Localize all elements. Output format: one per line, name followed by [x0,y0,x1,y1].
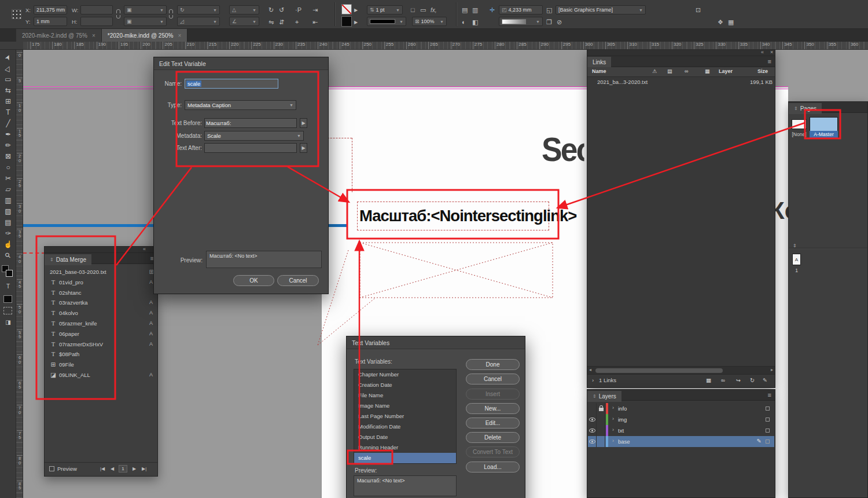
shear-angle-field[interactable]: ◿▼ [177,17,220,26]
previous-record-icon[interactable]: ◀ [111,466,114,471]
vertical-ruler[interactable]: 0510152025303540455055606570758085 [16,50,23,498]
text-before-menu-icon[interactable]: ▶ [300,118,307,128]
data-merge-row[interactable]: 2021_base-03-2020.txt⊞ [45,267,157,277]
delete-button[interactable]: Delete [466,432,520,443]
done-button[interactable]: Done [466,359,520,370]
stroke-weight-combo[interactable]: ⇅1 pt▼ [367,5,403,14]
gradient-combo[interactable]: ▼ [499,17,543,26]
corner-radius-field[interactable]: ◰4,233 mm [499,5,543,14]
ellipse-tool[interactable]: ○ [0,162,16,173]
data-merge-row[interactable]: T07razmerDxSHxVA [45,339,157,349]
document-tab[interactable]: 2020-mike-2.indd @ 75%× [16,29,102,42]
text-after-menu-icon[interactable]: ▶ [300,143,307,153]
relink-icon[interactable]: ∞ [721,377,725,383]
links-scrollbar[interactable]: ◂ ▸ [587,366,775,374]
record-number-field[interactable]: 1 [119,465,127,473]
none-master-label[interactable]: [None] [789,131,810,138]
first-record-icon[interactable]: |◀ [100,466,105,471]
text-variable-item[interactable]: scale [354,453,456,463]
horizontal-ruler[interactable]: 1751801851901952002052102152202252302352… [23,42,868,50]
data-merge-row[interactable]: T02shtanc [45,288,157,298]
text-variable-item[interactable]: Output Date [354,432,456,442]
screen-mode-icon[interactable]: ◨ [0,317,16,328]
goto-link-icon[interactable]: ↪ [736,377,741,383]
layer-row[interactable]: ›img [588,414,774,425]
tab-close-icon[interactable]: × [178,32,181,39]
flip-vertical-icon[interactable]: ⇵ [279,19,284,25]
eyedropper-tool[interactable]: ✑ [0,228,16,239]
link-row[interactable]: 2021_ba...3-2020.txt199,1 KB [588,78,775,87]
text-variable-item[interactable]: Image Name [354,401,456,411]
effects-menu[interactable]: fx, [431,7,437,13]
cancel-button[interactable]: Cancel [466,374,520,385]
target-square[interactable] [766,429,770,433]
text-variable-item[interactable]: File Name [354,390,456,401]
edit-button[interactable]: Edit... [466,418,520,429]
free-transform-tool[interactable]: ▱ [0,184,16,195]
grid-options-icon[interactable]: ▦ [728,19,734,25]
fill-color-swatch[interactable] [6,270,13,277]
scroll-left-icon[interactable]: ◂ [589,367,591,372]
target-icon[interactable]: ⌖ [295,19,299,25]
scissors-tool[interactable]: ✂ [0,173,16,184]
text-variable-frame[interactable]: Масштаб:<Nointersectinglink> [357,202,549,230]
lock-toggle[interactable] [597,403,605,414]
pages-divider[interactable] [789,248,867,248]
data-merge-row[interactable]: T05razmer_knifeA [45,318,157,328]
lock-toggle[interactable] [597,425,605,436]
page-tool[interactable]: ▭ [0,74,16,85]
object-style-combo[interactable]: [Basic Graphics Frame]▼ [556,5,646,14]
text-variable-item[interactable]: Last Page Number [354,411,456,422]
height-field[interactable] [80,17,113,26]
fit-content-icon[interactable]: □ [411,7,415,13]
target-square[interactable] [766,407,770,411]
text-variable-item[interactable]: Running Header [354,442,456,453]
angle-field-2[interactable]: ∠▼ [229,17,259,26]
text-variable-item[interactable]: Chapter Number [354,369,456,380]
none-master-thumbnail[interactable] [792,119,807,129]
proxy-preview-icon[interactable]: ·P [295,7,301,13]
new-button[interactable]: New... [466,403,520,414]
scroll-thumb[interactable] [595,368,723,373]
apply-none-button[interactable] [3,307,12,314]
tab-close-icon[interactable]: × [92,32,95,39]
tab-forward-icon[interactable]: ⇥ [312,7,318,13]
data-merge-row[interactable]: T01vid_proA [45,277,157,287]
shade-icon[interactable]: ◧ [472,19,478,25]
width-field[interactable] [80,5,113,14]
flip-horizontal-icon[interactable]: ⇋ [269,19,274,25]
expand-icon[interactable]: › [592,377,594,383]
opacity-combo[interactable]: ⊠100%▼ [412,17,447,26]
text-wrap-icon[interactable]: ▥ [472,7,478,13]
update-link-icon[interactable]: ↻ [750,377,755,383]
x-position-field[interactable]: 211,375 mm [34,5,67,14]
scale-x-field[interactable]: ▣▼ [124,5,167,14]
tab-back-icon[interactable]: ⇤ [312,19,318,25]
lock-toggle[interactable] [597,436,605,447]
gradient-tool[interactable]: ▥ [0,195,16,206]
angle-field-1[interactable]: △▼ [229,5,259,14]
metadata-select[interactable]: Scale▼ [204,131,304,141]
note-tool[interactable]: ▤ [0,217,16,228]
formatting-affects-text-icon[interactable]: T [0,281,16,292]
line-tool[interactable]: ╱ [0,118,16,129]
content-collector-tool[interactable]: ⊞ [0,96,16,107]
layer-row[interactable]: ›base✎ [588,436,774,447]
data-merge-row[interactable]: T03razvertkaA [45,298,157,307]
fill-flyout-icon[interactable]: ▶ [354,19,358,25]
pencil-tool[interactable]: ✏ [0,140,16,151]
a-master-label[interactable]: A-Master [810,131,838,138]
scale-y-field[interactable]: ▣▼ [124,17,167,26]
pages-tab[interactable]: ⇕Pages [789,103,822,114]
divider-handle-icon[interactable]: ⇕ [793,243,797,248]
visibility-toggle[interactable] [588,403,597,414]
target-square[interactable] [766,418,770,422]
rectangle-frame-tool[interactable]: ⊠ [0,151,16,162]
data-merge-row[interactable]: T06paperA [45,329,157,339]
visibility-toggle[interactable] [588,436,597,447]
fill-swatch[interactable] [341,16,352,27]
expand-icon[interactable]: › [612,416,614,422]
move-icon[interactable]: ❖ [718,19,723,25]
constrain-scale-icon[interactable] [169,9,173,19]
frame-options-icon[interactable]: ⊡ [696,7,701,13]
